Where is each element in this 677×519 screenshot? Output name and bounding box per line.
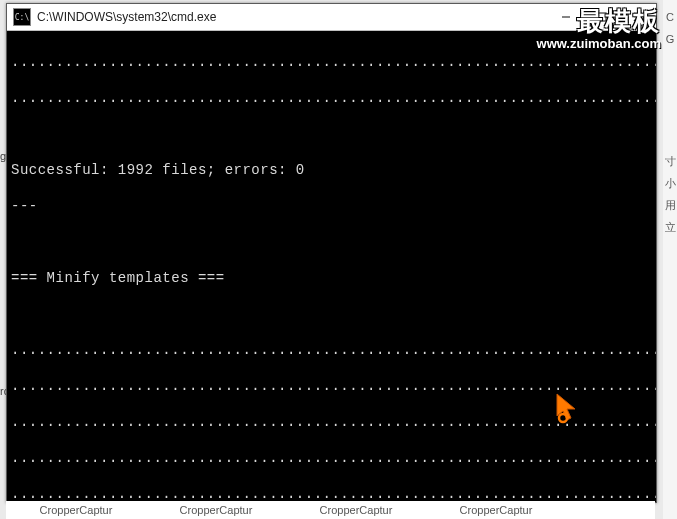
- taskbar-item[interactable]: CropperCaptur: [426, 504, 566, 516]
- output-line: ........................................…: [11, 53, 652, 71]
- output-line: ........................................…: [11, 89, 652, 107]
- hint-text: 寸: [663, 150, 677, 172]
- output-line: ........................................…: [11, 449, 652, 467]
- hint-text: C: [663, 6, 677, 28]
- blank-line: [11, 125, 652, 143]
- output-line: ........................................…: [11, 377, 652, 395]
- terminal-output[interactable]: ........................................…: [7, 31, 656, 502]
- titlebar[interactable]: C:\ C:\WINDOWS\system32\cmd.exe: [7, 4, 656, 31]
- taskbar-item[interactable]: CropperCaptur: [286, 504, 426, 516]
- svg-rect-1: [598, 13, 606, 21]
- taskbar-fragment: CropperCaptur CropperCaptur CropperCaptu…: [6, 501, 655, 519]
- blank-line: [11, 233, 652, 251]
- hint-text: 小: [663, 172, 677, 194]
- blank-line: [11, 305, 652, 323]
- output-line: Successful: 1992 files; errors: 0: [11, 161, 652, 179]
- output-line: ........................................…: [11, 413, 652, 431]
- minimize-button[interactable]: [548, 4, 584, 30]
- maximize-button[interactable]: [584, 4, 620, 30]
- hint-text: G: [663, 28, 677, 50]
- window-controls: [548, 4, 656, 30]
- output-line: ........................................…: [11, 485, 652, 502]
- output-line: === Minify templates ===: [11, 269, 652, 287]
- close-button[interactable]: [620, 4, 656, 30]
- cmd-window: C:\ C:\WINDOWS\system32\cmd.exe ........…: [6, 3, 657, 503]
- output-line: ........................................…: [11, 341, 652, 359]
- output-line: ---: [11, 197, 652, 215]
- cmd-icon: C:\: [13, 8, 31, 26]
- window-title: C:\WINDOWS\system32\cmd.exe: [37, 10, 216, 24]
- hint-text: 立: [663, 216, 677, 238]
- hint-text: 用: [663, 194, 677, 216]
- taskbar-item[interactable]: CropperCaptur: [6, 504, 146, 516]
- right-panel-fragment: C G 寸 小 用 立: [663, 0, 677, 519]
- taskbar-item[interactable]: CropperCaptur: [146, 504, 286, 516]
